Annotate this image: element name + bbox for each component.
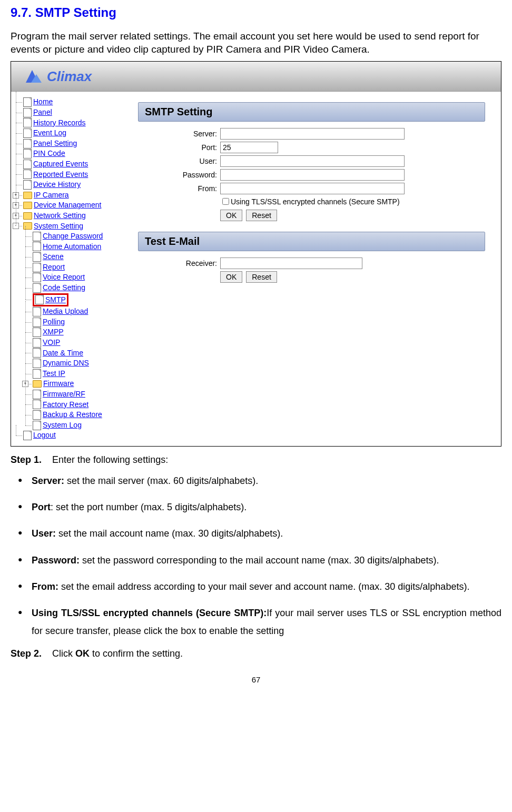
nav-network-setting[interactable]: +Network Setting (23, 211, 119, 221)
nav-ip-camera[interactable]: +IP Camera (23, 190, 119, 201)
password-input[interactable] (220, 169, 405, 181)
file-icon (33, 338, 41, 348)
nav-backup-restore[interactable]: Backup & Restore (33, 410, 119, 420)
file-icon (33, 242, 41, 251)
file-icon (23, 128, 32, 138)
nav-device-history[interactable]: Device History (23, 180, 119, 190)
reset-button[interactable]: Reset (246, 210, 277, 221)
nav-voip[interactable]: VOIP (33, 338, 119, 348)
bullet-password: Password: set the password corresponding… (32, 551, 501, 569)
nav-home[interactable]: Home (23, 97, 119, 107)
port-input[interactable] (220, 142, 278, 153)
section-title: 9.7. SMTP Setting (11, 5, 501, 20)
file-icon (33, 283, 41, 293)
file-icon (33, 318, 41, 327)
nav-code-setting[interactable]: Code Setting (33, 283, 119, 293)
nav-reported-events[interactable]: Reported Events (23, 170, 119, 180)
file-icon (33, 328, 41, 337)
step-1: Step 1. Enter the following settings: (11, 454, 501, 466)
folder-icon (23, 192, 32, 199)
bullet-user: User: set the mail account name (max. 30… (32, 524, 501, 542)
file-icon (33, 369, 41, 379)
nav-event-log[interactable]: Event Log (23, 128, 119, 138)
tls-checkbox[interactable] (222, 198, 229, 205)
receiver-label: Receiver: (138, 259, 220, 268)
screenshot-container: Climax Home Panel History Records Event … (11, 61, 501, 447)
nav-system-log[interactable]: System Log (33, 420, 119, 431)
step-1-text: Enter the following settings: (52, 454, 168, 466)
receiver-input[interactable] (220, 258, 362, 269)
folder-icon (33, 380, 42, 388)
file-icon (33, 263, 41, 272)
ok-button[interactable]: OK (220, 210, 242, 221)
test-ok-button[interactable]: OK (220, 271, 242, 283)
nav-smtp[interactable]: SMTP (33, 293, 119, 307)
step-2-label: Step 2. (11, 648, 42, 659)
file-icon (33, 273, 41, 282)
content-panel: SMTP Setting Server: Port: User: Passwor… (122, 92, 501, 446)
logo-text: Climax (47, 68, 92, 85)
nav-test-ip[interactable]: Test IP (33, 369, 119, 379)
nav-panel[interactable]: Panel (23, 107, 119, 118)
nav-device-management[interactable]: +Device Management (23, 200, 119, 211)
file-icon (33, 252, 41, 262)
nav-media-upload[interactable]: Media Upload (33, 306, 119, 317)
file-icon (23, 97, 32, 107)
step-1-label: Step 1. (11, 454, 42, 466)
nav-captured-events[interactable]: Captured Events (23, 159, 119, 170)
nav-factory-reset[interactable]: Factory Reset (33, 400, 119, 410)
app-header: Climax (11, 62, 501, 92)
bullet-from: From: set the email address according to… (32, 578, 501, 596)
bullet-server: Server: set the mail server (max. 60 dig… (32, 472, 501, 490)
password-label: Password: (138, 171, 220, 179)
logo-icon (22, 66, 43, 87)
nav-scene[interactable]: Scene (33, 252, 119, 262)
nav-date-time[interactable]: Date & Time (33, 348, 119, 359)
bullet-list: Server: set the mail server (max. 60 dig… (11, 472, 501, 640)
bullet-port: Port: set the port number (max. 5 digits… (32, 498, 501, 516)
bullet-tls: Using TLS/SSL encrypted channels (Secure… (32, 604, 501, 640)
collapse-icon[interactable]: - (13, 223, 19, 229)
file-icon (23, 180, 32, 190)
file-icon (23, 118, 32, 127)
from-label: From: (138, 184, 220, 193)
nav-tree: Home Panel History Records Event Log Pan… (11, 92, 122, 446)
file-icon (23, 170, 32, 179)
nav-logout[interactable]: Logout (23, 430, 119, 441)
nav-dynamic-dns[interactable]: Dynamic DNS (33, 358, 119, 369)
server-input[interactable] (220, 128, 405, 140)
nav-polling[interactable]: Polling (33, 317, 119, 328)
step-2: Step 2. Click OK to confirm the setting. (11, 648, 501, 659)
folder-icon (23, 212, 32, 220)
nav-report[interactable]: Report (33, 262, 119, 273)
nav-system-setting[interactable]: -System Setting (23, 221, 119, 232)
file-icon (33, 232, 41, 241)
file-icon (33, 359, 41, 368)
nav-change-password[interactable]: Change Password (33, 231, 119, 242)
nav-voice-report[interactable]: Voice Report (33, 272, 119, 283)
file-icon (23, 160, 32, 169)
file-icon (23, 431, 32, 440)
user-label: User: (138, 157, 220, 165)
nav-firmware-rf[interactable]: Firmware/RF (33, 389, 119, 400)
smtp-panel-header: SMTP Setting (138, 102, 485, 122)
file-icon (33, 410, 41, 420)
file-icon (33, 307, 41, 316)
folder-icon (23, 222, 32, 230)
file-icon (23, 108, 32, 117)
nav-xmpp[interactable]: XMPP (33, 327, 119, 338)
from-input[interactable] (220, 183, 405, 194)
test-reset-button[interactable]: Reset (246, 271, 277, 283)
nav-panel-setting[interactable]: Panel Setting (23, 138, 119, 149)
port-label: Port: (138, 143, 220, 152)
file-icon (23, 139, 32, 148)
file-icon (33, 390, 41, 399)
server-label: Server: (138, 130, 220, 138)
user-input[interactable] (220, 155, 405, 167)
step-2-text: Click OK to confirm the setting. (52, 648, 183, 659)
nav-home-automation[interactable]: Home Automation (33, 242, 119, 252)
nav-history-records[interactable]: History Records (23, 118, 119, 128)
nav-firmware[interactable]: +Firmware (33, 379, 119, 389)
logo: Climax (22, 66, 490, 87)
nav-pin-code[interactable]: PIN Code (23, 148, 119, 159)
